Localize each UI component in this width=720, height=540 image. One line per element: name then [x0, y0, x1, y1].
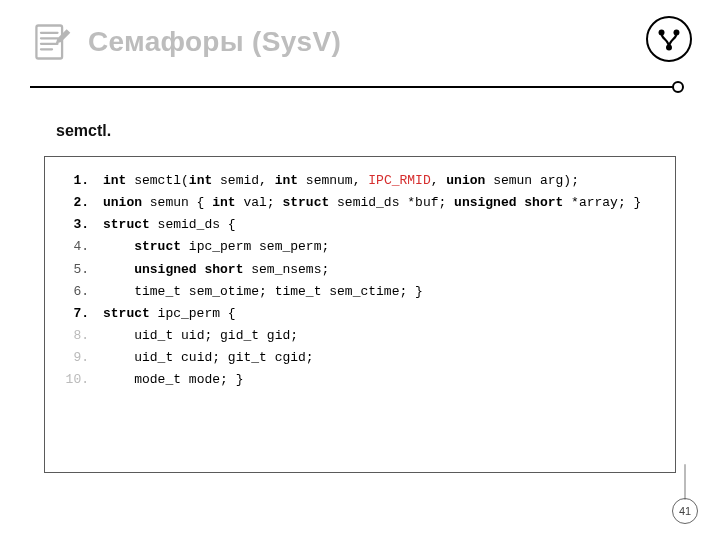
code-line: 6. time_t sem_otime; time_t sem_ctime; } — [63, 282, 657, 302]
line-number: 2. — [63, 193, 89, 213]
section-subtitle: semctl. — [56, 122, 690, 140]
code-text: mode_t mode; } — [103, 370, 243, 390]
page-number-stem — [684, 464, 686, 500]
line-number: 3. — [63, 215, 89, 235]
code-line: 7.struct ipc_perm { — [63, 304, 657, 324]
line-number: 1. — [63, 171, 89, 191]
code-text: uid_t cuid; git_t cgid; — [103, 348, 314, 368]
code-text: struct semid_ds { — [103, 215, 236, 235]
code-text: unsigned short sem_nsems; — [103, 260, 329, 280]
slide-title: Семафоры (SysV) — [88, 26, 341, 58]
line-number: 8. — [63, 326, 89, 346]
line-number: 7. — [63, 304, 89, 324]
edit-doc-icon — [30, 20, 74, 64]
code-line: 8. uid_t uid; gid_t gid; — [63, 326, 657, 346]
slide-header: Семафоры (SysV) — [30, 20, 690, 64]
code-block: 1.int semctl(int semid, int semnum, IPC_… — [44, 156, 676, 473]
code-text: uid_t uid; gid_t gid; — [103, 326, 298, 346]
code-text: time_t sem_otime; time_t sem_ctime; } — [103, 282, 423, 302]
code-line: 3.struct semid_ds { — [63, 215, 657, 235]
code-line: 1.int semctl(int semid, int semnum, IPC_… — [63, 171, 657, 191]
page-number-badge: 41 — [672, 498, 698, 524]
code-text: union semun { int val; struct semid_ds *… — [103, 193, 641, 213]
line-number: 10. — [63, 370, 89, 390]
code-text: struct ipc_perm { — [103, 304, 236, 324]
code-line: 9. uid_t cuid; git_t cgid; — [63, 348, 657, 368]
git-branch-icon — [646, 16, 692, 62]
code-text: struct ipc_perm sem_perm; — [103, 237, 329, 257]
code-line: 10. mode_t mode; } — [63, 370, 657, 390]
code-line: 4. struct ipc_perm sem_perm; — [63, 237, 657, 257]
line-number: 6. — [63, 282, 89, 302]
header-divider — [30, 78, 690, 96]
page-number: 41 — [679, 505, 691, 517]
code-line: 2.union semun { int val; struct semid_ds… — [63, 193, 657, 213]
line-number: 4. — [63, 237, 89, 257]
slide: Семафоры (SysV) semctl. 1.int semctl(int… — [0, 0, 720, 540]
code-line: 5. unsigned short sem_nsems; — [63, 260, 657, 280]
line-number: 5. — [63, 260, 89, 280]
code-text: int semctl(int semid, int semnum, IPC_RM… — [103, 171, 579, 191]
line-number: 9. — [63, 348, 89, 368]
